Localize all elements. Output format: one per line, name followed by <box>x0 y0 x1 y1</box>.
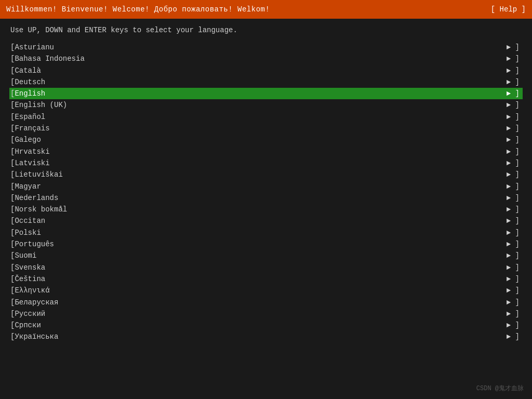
lang-right-section: ► ] <box>507 204 522 215</box>
lang-right-section: ► ] <box>507 169 522 180</box>
bracket-left: [ <box>10 54 15 64</box>
bracket-left: [ <box>10 181 15 192</box>
language-item[interactable]: [ Русский► ] <box>10 308 522 320</box>
language-item[interactable]: [ Deutsch► ] <box>10 76 522 88</box>
bracket-left: [ <box>10 65 15 76</box>
bracket-left: [ <box>10 100 15 110</box>
bracket-left: [ <box>10 42 15 52</box>
help-button[interactable]: [ Help ] <box>491 5 526 14</box>
lang-right-section: ► ] <box>507 77 522 87</box>
lang-arrow-icon: ► ] <box>507 297 520 308</box>
bracket-left: [ <box>10 309 15 319</box>
language-item[interactable]: [ Galego► ] <box>10 134 522 145</box>
language-name: Latviski <box>15 158 170 168</box>
language-item[interactable]: [ Català► ] <box>10 65 522 76</box>
language-name: Norsk bokmål <box>15 204 170 215</box>
language-item[interactable]: [ Bahasa Indonesia► ] <box>10 53 522 64</box>
lang-arrow-icon: ► ] <box>507 147 520 157</box>
bracket-left: [ <box>10 158 15 168</box>
lang-right-section: ► ] <box>507 135 522 145</box>
lang-arrow-icon: ► ] <box>507 123 520 134</box>
bracket-left: [ <box>10 320 15 330</box>
bracket-left: [ <box>10 169 15 180</box>
lang-right-section: ► ] <box>507 216 522 226</box>
language-item[interactable]: [ Lietuviškai► ] <box>10 169 522 180</box>
lang-right-section: ► ] <box>507 309 522 319</box>
language-name: Occitan <box>15 216 170 226</box>
language-item[interactable]: [ English► ] <box>9 88 523 99</box>
language-item[interactable]: [ Hrvatski► ] <box>10 146 522 157</box>
header-bar: Willkommen! Bienvenue! Welcome! Добро по… <box>0 0 532 19</box>
instruction-text: Use UP, DOWN and ENTER keys to select yo… <box>0 19 532 42</box>
language-name: Ελληνικά <box>15 285 170 296</box>
bracket-left: [ <box>10 331 15 342</box>
language-item[interactable]: [ Español► ] <box>10 111 522 123</box>
language-item[interactable]: [ Українська► ] <box>10 331 522 342</box>
lang-right-section: ► ] <box>507 274 522 284</box>
bracket-left: [ <box>10 123 15 134</box>
language-item[interactable]: [ Ελληνικά► ] <box>10 285 522 296</box>
language-item[interactable]: [ Svenska► ] <box>10 262 522 273</box>
watermark: CSDN @鬼才血脉 <box>476 384 524 393</box>
lang-arrow-icon: ► ] <box>507 193 520 203</box>
lang-right-section: ► ] <box>507 320 522 330</box>
language-name: Hrvatski <box>15 147 170 157</box>
lang-arrow-icon: ► ] <box>507 135 520 145</box>
lang-arrow-icon: ► ] <box>507 54 520 64</box>
language-name: Српски <box>15 320 170 330</box>
lang-arrow-icon: ► ] <box>507 181 520 192</box>
lang-arrow-icon: ► ] <box>507 239 520 249</box>
lang-arrow-icon: ► ] <box>507 42 520 52</box>
bracket-left: [ <box>10 216 15 226</box>
lang-arrow-icon: ► ] <box>507 65 520 76</box>
language-item[interactable]: [ Latviski► ] <box>10 157 522 169</box>
lang-right-section: ► ] <box>507 42 522 52</box>
lang-right-section: ► ] <box>507 262 522 273</box>
language-name: English (UK) <box>15 100 170 110</box>
lang-right-section: ► ] <box>507 297 522 308</box>
language-name: Русский <box>15 309 170 319</box>
language-item[interactable]: [ Беларуская► ] <box>10 297 522 308</box>
language-item[interactable]: [ Português► ] <box>10 238 522 250</box>
bracket-left: [ <box>10 77 15 87</box>
bracket-left: [ <box>10 239 15 249</box>
language-item[interactable]: [ Čeština► ] <box>10 273 522 285</box>
bracket-left: [ <box>10 274 15 284</box>
language-name: Deutsch <box>15 77 170 87</box>
lang-arrow-icon: ► ] <box>507 112 520 122</box>
lang-right-section: ► ] <box>507 65 522 76</box>
language-item[interactable]: [ Magyar► ] <box>10 181 522 192</box>
lang-right-section: ► ] <box>507 193 522 203</box>
language-name: Polski <box>15 228 170 238</box>
language-item[interactable]: [ Asturianu► ] <box>10 42 522 53</box>
lang-arrow-icon: ► ] <box>507 309 520 319</box>
lang-right-section: ► ] <box>507 239 522 249</box>
bracket-left: [ <box>10 135 15 145</box>
lang-arrow-icon: ► ] <box>507 158 520 168</box>
language-item[interactable]: [ Norsk bokmål► ] <box>10 204 522 215</box>
language-item[interactable]: [ Српски► ] <box>10 320 522 331</box>
language-item[interactable]: [ Occitan► ] <box>10 215 522 227</box>
language-name: Español <box>15 112 170 122</box>
lang-arrow-icon: ► ] <box>507 274 520 284</box>
lang-arrow-icon: ► ] <box>507 320 520 330</box>
language-name: Suomi <box>15 250 170 261</box>
language-name: Català <box>15 65 170 76</box>
language-item[interactable]: [ Nederlands► ] <box>10 192 522 204</box>
language-item[interactable]: [ Suomi► ] <box>10 250 522 261</box>
lang-arrow-icon: ► ] <box>507 262 520 273</box>
bracket-left: [ <box>10 193 15 203</box>
language-item[interactable]: [ Français► ] <box>10 123 522 134</box>
lang-arrow-icon: ► ] <box>507 285 520 296</box>
language-name: Українська <box>15 331 170 342</box>
language-name: Nederlands <box>15 193 170 203</box>
lang-right-section: ► ] <box>507 112 522 122</box>
lang-arrow-icon: ► ] <box>507 204 520 215</box>
language-list: [ Asturianu► ][ Bahasa Indonesia► ][ Cat… <box>0 42 532 343</box>
lang-right-section: ► ] <box>507 54 522 64</box>
bracket-left: [ <box>10 147 15 157</box>
language-item[interactable]: [ Polski► ] <box>10 227 522 238</box>
lang-right-section: ► ] <box>507 100 522 110</box>
lang-arrow-icon: ► ] <box>507 77 520 87</box>
language-item[interactable]: [ English (UK)► ] <box>10 99 522 111</box>
